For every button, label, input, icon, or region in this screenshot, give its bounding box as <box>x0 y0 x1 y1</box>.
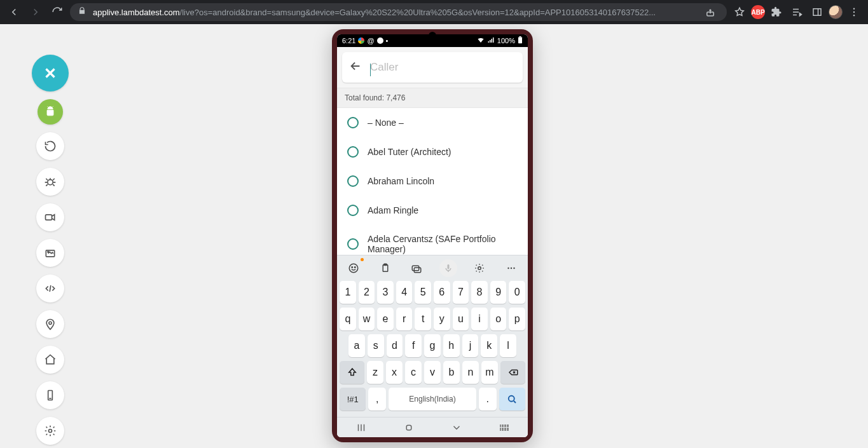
search-back-button[interactable] <box>348 59 362 76</box>
emoji-icon[interactable] <box>345 259 362 277</box>
panel-icon[interactable] <box>808 3 826 21</box>
key[interactable]: l <box>500 334 516 357</box>
bookmark-star-icon[interactable] <box>731 3 748 21</box>
close-session-button[interactable] <box>32 55 69 92</box>
location-button[interactable] <box>36 310 64 338</box>
battery-icon <box>518 36 523 45</box>
screenshot-button[interactable] <box>36 239 64 267</box>
kebab-menu-icon[interactable] <box>845 3 863 21</box>
list-item[interactable]: Abel Tuter (Architect) <box>337 137 528 166</box>
key[interactable]: d <box>387 334 403 357</box>
results-list: – None – Abel Tuter (Architect) Abraham … <box>337 108 528 255</box>
key[interactable]: p <box>509 308 525 330</box>
hide-keyboard-icon[interactable] <box>492 424 517 431</box>
device-screen: 6:21 @ • 100% <box>337 34 528 437</box>
svg-point-11 <box>49 430 52 433</box>
list-item[interactable]: Abraham Lincoln <box>337 166 528 196</box>
device-info-button[interactable] <box>36 381 64 409</box>
key[interactable]: 7 <box>453 281 469 304</box>
key[interactable]: 1 <box>340 281 356 304</box>
key[interactable]: r <box>396 308 413 330</box>
key[interactable]: n <box>462 361 479 384</box>
nav-reload-button[interactable] <box>48 3 66 21</box>
key[interactable]: v <box>424 361 441 384</box>
key[interactable]: 4 <box>396 281 413 304</box>
search-bar: Caller <box>342 52 523 83</box>
radio-icon <box>347 238 359 250</box>
keyboard-more-icon[interactable] <box>502 259 520 277</box>
back-nav-icon[interactable] <box>444 422 469 433</box>
key[interactable]: 0 <box>509 281 525 304</box>
key[interactable]: b <box>443 361 460 384</box>
key[interactable]: h <box>443 334 460 357</box>
key[interactable]: c <box>405 361 422 384</box>
key[interactable]: y <box>434 308 450 330</box>
nav-back-button[interactable] <box>5 3 23 21</box>
share-icon[interactable] <box>701 3 719 21</box>
shift-key[interactable] <box>340 361 364 384</box>
key[interactable]: e <box>377 308 394 330</box>
key[interactable]: x <box>386 361 403 384</box>
key[interactable]: o <box>490 308 507 330</box>
key[interactable]: j <box>462 334 479 357</box>
extensions-icon[interactable] <box>768 3 785 21</box>
key[interactable]: z <box>367 361 383 384</box>
profile-avatar[interactable] <box>829 5 843 19</box>
symbols-key[interactable]: !#1 <box>340 388 366 411</box>
key[interactable]: m <box>481 361 498 384</box>
clipboard-icon[interactable] <box>376 259 394 277</box>
notif-dot-icon <box>377 37 383 44</box>
home-nav-icon[interactable] <box>396 422 422 433</box>
backspace-key[interactable] <box>500 361 525 384</box>
svg-point-23 <box>507 268 509 269</box>
search-action-key[interactable] <box>499 388 525 411</box>
status-time: 6:21 <box>342 37 355 44</box>
home-button[interactable] <box>36 346 64 374</box>
nav-forward-button[interactable] <box>27 3 45 21</box>
key[interactable]: f <box>405 334 422 357</box>
list-item[interactable]: Adela Cervantsz (SAFe Portfolio Manager) <box>337 225 528 255</box>
svg-point-24 <box>511 268 512 269</box>
keyboard-row-top: q w e r t y u i o p <box>340 308 525 330</box>
results-total: Total found: 7,476 <box>337 88 528 108</box>
video-button[interactable] <box>36 203 64 231</box>
playlist-icon[interactable] <box>788 3 806 21</box>
space-key[interactable]: English(India) <box>389 388 476 411</box>
key[interactable]: 8 <box>471 281 488 304</box>
key[interactable]: g <box>424 334 441 357</box>
device-frame: 6:21 @ • 100% <box>332 29 533 442</box>
key[interactable]: w <box>359 308 375 330</box>
period-key[interactable]: . <box>479 388 497 411</box>
settings-button[interactable] <box>36 417 64 445</box>
gif-icon[interactable] <box>408 259 425 277</box>
key[interactable]: k <box>481 334 497 357</box>
svg-point-4 <box>853 15 855 16</box>
key[interactable]: a <box>348 334 365 357</box>
comma-key[interactable]: , <box>368 388 386 411</box>
abp-extension-badge[interactable]: ABP <box>751 5 765 19</box>
key[interactable]: q <box>340 308 356 330</box>
search-input[interactable]: Caller <box>370 61 516 74</box>
key[interactable]: 5 <box>415 281 431 304</box>
app-icon <box>358 37 364 44</box>
key[interactable]: 9 <box>490 281 507 304</box>
bug-button[interactable] <box>36 168 64 196</box>
key[interactable]: t <box>415 308 431 330</box>
key[interactable]: 6 <box>434 281 450 304</box>
android-icon[interactable] <box>38 99 63 125</box>
key[interactable]: s <box>368 334 384 357</box>
rotate-button[interactable] <box>36 132 64 160</box>
list-item[interactable]: Adam Ringle <box>337 196 528 225</box>
key[interactable]: 3 <box>377 281 394 304</box>
key[interactable]: i <box>471 308 488 330</box>
address-bar[interactable]: applive.lambdatest.com/live?os=android&b… <box>70 3 727 21</box>
mic-icon[interactable] <box>439 259 457 277</box>
keyboard-settings-icon[interactable] <box>471 259 488 277</box>
key[interactable]: u <box>453 308 469 330</box>
list-item[interactable]: – None – <box>337 108 528 137</box>
key[interactable]: 2 <box>359 281 375 304</box>
devtools-button[interactable] <box>36 275 64 302</box>
search-header: Caller <box>337 47 528 88</box>
recents-nav-icon[interactable] <box>348 422 374 433</box>
text-cursor <box>370 64 371 76</box>
